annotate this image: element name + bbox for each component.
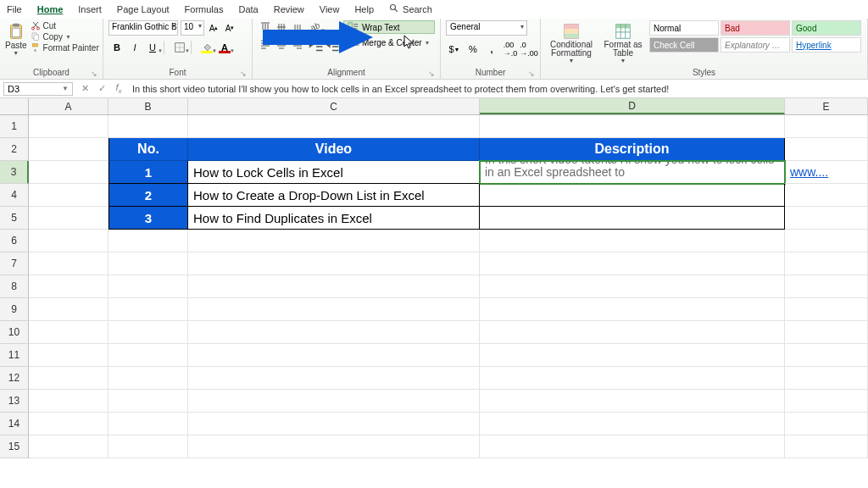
cell[interactable] [29,298,108,321]
menu-item-review[interactable]: Review [274,4,304,14]
cell[interactable] [188,435,480,458]
row-header[interactable]: 3 [0,161,29,184]
row-header[interactable]: 14 [0,413,29,435]
cell[interactable]: No. [108,138,188,161]
format-painter-button[interactable]: Format Painter [31,42,99,53]
cell[interactable] [29,207,108,230]
row-header[interactable]: 1 [0,115,29,138]
cell[interactable]: www.... [785,161,868,184]
cell[interactable] [29,115,108,138]
menu-item-view[interactable]: View [320,4,340,14]
copy-button[interactable]: Copy▼ [31,31,99,42]
font-size-select[interactable]: 10 [181,20,204,36]
cell[interactable] [29,252,108,275]
row-header[interactable]: 5 [0,207,29,230]
cell[interactable] [108,252,188,275]
row-header[interactable]: 2 [0,138,29,161]
cell[interactable] [108,390,188,413]
cell[interactable]: How to Create a Drop-Down List in Excel [188,184,480,207]
italic-button[interactable]: I [126,40,143,55]
style-cell[interactable]: Good [792,20,861,36]
cells-grid[interactable]: No.VideoDescription1How to Lock Cells in… [29,115,868,458]
row-header[interactable]: 10 [0,321,29,344]
row-header[interactable]: 4 [0,184,29,207]
select-all-corner[interactable] [0,98,29,114]
cell[interactable] [188,413,480,435]
font-launcher-icon[interactable]: ↘ [240,69,247,78]
cell[interactable] [188,230,480,252]
cell[interactable] [29,367,108,390]
cell[interactable] [785,321,868,344]
menu-item-page-layout[interactable]: Page Layout [117,4,170,14]
cell[interactable]: How to Find Duplicates in Excel [188,207,480,230]
cell[interactable] [785,184,868,207]
cell[interactable] [188,344,480,367]
cancel-formula-button[interactable]: ✕ [76,81,93,97]
increase-decimal-button[interactable]: .00→.0 [502,42,519,57]
cell[interactable] [480,298,785,321]
cell[interactable] [785,230,868,252]
menu-item-formulas[interactable]: Formulas [185,4,224,14]
cell[interactable]: In this short video tutorial I'll show y… [480,161,785,184]
percent-format-button[interactable]: % [465,42,481,57]
cell[interactable] [480,275,785,298]
comma-format-button[interactable]: , [483,42,500,57]
cell[interactable] [480,435,785,458]
cell[interactable] [188,390,480,413]
cell[interactable] [108,298,188,321]
cell[interactable] [108,367,188,390]
cell[interactable] [785,298,868,321]
format-as-table-button[interactable]: Format as Table▼ [600,20,646,64]
column-header[interactable]: A [29,98,108,114]
column-header[interactable]: D [480,98,785,114]
cell[interactable] [29,390,108,413]
alignment-launcher-icon[interactable]: ↘ [428,69,435,78]
cell[interactable] [29,321,108,344]
fill-color-button[interactable]: ▼ [198,40,215,55]
underline-button[interactable]: U▼ [144,40,161,55]
cell[interactable] [785,367,868,390]
cell[interactable]: 1 [108,161,188,184]
row-header[interactable]: 11 [0,344,29,367]
cut-button[interactable]: Cut [31,20,99,30]
clipboard-launcher-icon[interactable]: ↘ [91,69,97,78]
cell[interactable] [188,367,480,390]
cell[interactable] [480,207,785,230]
cell[interactable] [785,390,868,413]
column-header[interactable]: E [785,98,868,114]
cell[interactable] [188,115,480,138]
cell[interactable] [188,275,480,298]
cell[interactable] [785,138,868,161]
style-cell[interactable]: Hyperlink [792,37,861,53]
cell[interactable] [785,344,868,367]
cell[interactable] [108,321,188,344]
row-header[interactable]: 12 [0,367,29,390]
cell[interactable]: Video [188,138,480,161]
cell[interactable] [785,275,868,298]
formula-input[interactable]: In this short video tutorial I'll show y… [127,84,868,94]
cell[interactable] [29,413,108,435]
cell[interactable] [785,207,868,230]
cell[interactable] [480,413,785,435]
font-name-select[interactable]: Franklin Gothic B [108,20,178,36]
borders-button[interactable]: ▼ [171,40,188,55]
bold-button[interactable]: B [108,40,125,55]
cell[interactable] [480,367,785,390]
cell[interactable] [480,252,785,275]
cell[interactable]: How to Lock Cells in Excel [188,161,480,184]
row-header[interactable]: 13 [0,390,29,413]
menu-item-file[interactable]: File [7,4,22,14]
enter-formula-button[interactable]: ✓ [93,81,110,97]
cell[interactable] [108,230,188,252]
cell[interactable] [108,435,188,458]
cell[interactable] [29,435,108,458]
cell[interactable] [29,184,108,207]
paste-button[interactable]: Paste ▼ [5,20,27,56]
cell[interactable] [188,252,480,275]
cell[interactable] [29,138,108,161]
cell[interactable] [480,344,785,367]
style-cell[interactable]: Check Cell [649,37,719,53]
cell[interactable] [480,115,785,138]
decrease-font-size-button[interactable]: A▾ [223,21,236,35]
row-header[interactable]: 9 [0,298,29,321]
